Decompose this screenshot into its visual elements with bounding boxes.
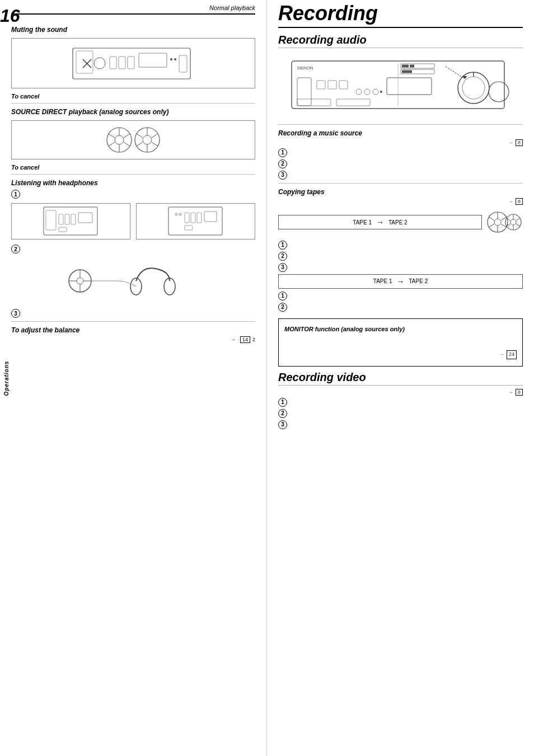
balance-section: To adjust the balance → 14 2 (11, 326, 255, 343)
svg-rect-41 (204, 212, 217, 222)
balance-ref: → 14 2 (11, 336, 255, 343)
music-step-1: 1 (278, 148, 523, 157)
svg-rect-39 (191, 213, 195, 223)
svg-line-19 (124, 134, 130, 138)
ref-arrow-1: → (508, 140, 513, 145)
svg-point-36 (175, 213, 177, 215)
balance-ref-arrow: → (231, 337, 236, 342)
muting-device-illustration (11, 38, 255, 88)
svg-point-4 (94, 58, 105, 69)
source-direct-to-cancel: To cancel (11, 164, 255, 171)
svg-rect-56 (410, 64, 414, 67)
svg-line-18 (124, 142, 130, 146)
muting-title: Muting the sound (11, 26, 255, 34)
svg-line-92 (516, 218, 520, 220)
receiver-illustration: DENON (278, 53, 523, 120)
copy-step-num-a1: 1 (278, 241, 287, 250)
svg-point-86 (510, 219, 516, 225)
tape-arrow-1: → (376, 218, 384, 227)
video-ref-badge: 8 (516, 389, 523, 396)
tape-reel-svg-1 (486, 207, 523, 238)
svg-rect-62 (339, 81, 348, 89)
tape-flow-1: TAPE 1 → TAPE 2 (278, 207, 523, 238)
headphones-img (11, 256, 255, 306)
video-step-num-2: 2 (278, 409, 287, 418)
hr-music (278, 183, 523, 184)
svg-rect-55 (402, 64, 409, 67)
right-column: Recording Recording audio DENON (267, 0, 534, 756)
source-direct-section: SOURCE DIRECT playback (analog sources o… (11, 108, 255, 171)
page-number: 16 (0, 6, 20, 26)
svg-line-84 (501, 217, 506, 220)
music-step-num-1: 1 (278, 148, 287, 157)
divider-1 (11, 103, 255, 104)
svg-rect-74 (297, 99, 331, 106)
music-step-2: 2 (278, 159, 523, 168)
right-header: Recording (278, 0, 523, 28)
copying-tapes-title: Copying tapes (278, 188, 523, 196)
recording-audio-hr (278, 124, 523, 125)
balance-title: To adjust the balance (11, 326, 255, 334)
svg-rect-34 (59, 227, 67, 232)
svg-point-9 (170, 58, 172, 60)
music-source-ref-badge: 8 (516, 139, 523, 146)
headphones-device-1-svg (43, 206, 99, 237)
recording-video-title: Recording video (278, 371, 523, 386)
step-num-1: 1 (11, 190, 20, 199)
monitor-box-title: MONITOR function (analog sources only) (284, 325, 517, 334)
left-header-text: Normal playback (209, 4, 255, 11)
svg-line-27 (152, 134, 158, 138)
headphones-step-1: 1 (11, 189, 255, 199)
svg-rect-6 (119, 57, 125, 69)
svg-rect-11 (179, 55, 187, 72)
svg-line-91 (516, 224, 520, 226)
music-step-3: 3 (278, 170, 523, 180)
monitor-ref-badge: 24 (507, 350, 517, 359)
svg-rect-60 (317, 81, 325, 89)
svg-rect-42 (185, 226, 193, 230)
tape2-label: TAPE 2 (388, 219, 407, 226)
svg-point-44 (77, 278, 83, 284)
svg-rect-7 (128, 57, 134, 69)
side-operations-label: Operations (3, 360, 10, 396)
copy-step-num-a2: 2 (278, 252, 287, 261)
headphones-device-1 (11, 203, 130, 240)
tape2-label-2: TAPE 2 (409, 278, 428, 284)
music-source-ref: → 8 (278, 139, 523, 146)
source-direct-illustration (11, 120, 255, 159)
headphones-svg (49, 257, 217, 305)
copy-step-a2: 2 (278, 251, 523, 261)
svg-point-21 (143, 135, 152, 144)
headphones-step-3: 3 (11, 308, 255, 318)
step-num-2: 2 (11, 245, 20, 253)
muting-device-svg (72, 45, 195, 82)
svg-rect-0 (73, 48, 190, 79)
svg-point-13 (115, 135, 124, 144)
svg-rect-33 (78, 213, 92, 223)
recording-music-source-section: Recording a music source → 8 1 2 3 (278, 129, 523, 180)
svg-line-26 (152, 142, 158, 146)
svg-rect-5 (110, 57, 116, 69)
muting-section: Muting the sound (11, 26, 255, 100)
video-ref: → 8 (278, 389, 523, 396)
copy-step-num-a3: 3 (278, 263, 287, 272)
svg-point-37 (179, 213, 181, 215)
svg-rect-38 (185, 213, 189, 223)
svg-line-16 (109, 142, 115, 146)
svg-point-65 (373, 89, 378, 95)
tape1-label-2: TAPE 1 (373, 278, 392, 284)
svg-line-81 (489, 224, 494, 227)
svg-rect-67 (387, 78, 432, 95)
svg-rect-8 (139, 53, 167, 67)
divider-2 (11, 174, 255, 175)
headphones-device-2-svg (168, 206, 224, 237)
balance-ref2: 2 (252, 337, 255, 342)
left-header: Normal playback (11, 0, 255, 15)
svg-point-69 (462, 77, 485, 99)
svg-rect-31 (65, 214, 69, 224)
receiver-svg: DENON (289, 55, 513, 117)
svg-point-10 (174, 58, 176, 60)
copy-step-a3: 3 (278, 262, 523, 272)
monitor-box: MONITOR function (analog sources only) →… (278, 318, 523, 367)
right-header-title: Recording (278, 2, 378, 25)
